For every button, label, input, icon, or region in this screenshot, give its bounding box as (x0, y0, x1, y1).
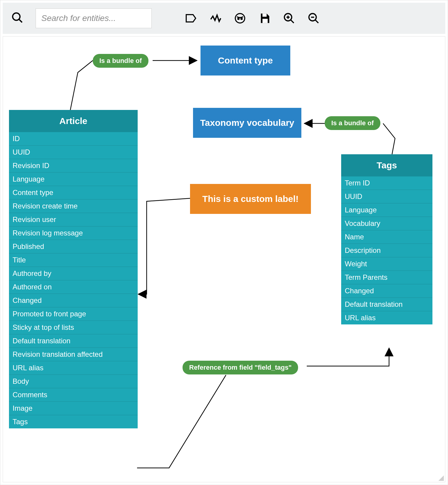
entity-article-field[interactable]: Default translation (9, 334, 138, 348)
entity-article-field[interactable]: Authored on (9, 280, 138, 294)
entity-tags-field[interactable]: Weight (341, 257, 432, 271)
entity-tags-field[interactable]: Language (341, 203, 432, 217)
entity-tags-field[interactable]: Term ID (341, 176, 432, 190)
entity-article-field[interactable]: Revision log message (9, 226, 138, 240)
entity-tags-field[interactable]: Changed (341, 284, 432, 298)
entity-article-field[interactable]: Changed (9, 294, 138, 307)
entity-article-field[interactable]: Published (9, 240, 138, 253)
entity-article-field[interactable]: Language (9, 173, 138, 186)
svg-point-0 (13, 13, 20, 20)
zoom-out-icon[interactable] (307, 12, 320, 25)
entity-article-title: Article (9, 110, 138, 132)
entity-article-field[interactable]: Content type (9, 186, 138, 200)
edge-label-bundle-article[interactable]: Is a bundle of (93, 54, 148, 68)
entity-tags-field[interactable]: URL alias (341, 311, 432, 324)
entity-article-field[interactable]: Body (9, 375, 138, 388)
svg-line-8 (291, 20, 294, 23)
entity-article-field[interactable]: Tags (9, 415, 138, 428)
search-icon (11, 11, 24, 25)
entity-article-field[interactable]: URL alias (9, 361, 138, 375)
type-box-taxonomy-vocabulary[interactable]: Taxonomy vocabulary (193, 108, 301, 138)
zoom-in-icon[interactable] (283, 12, 295, 25)
edge-label-bundle-tags[interactable]: Is a bundle of (325, 116, 380, 130)
entity-tags-field[interactable]: Default translation (341, 298, 432, 311)
entity-tags-field[interactable]: Term Parents (341, 271, 432, 284)
entity-article-field[interactable]: ID (9, 132, 138, 146)
entity-article-field[interactable]: Sticky at top of lists (9, 321, 138, 334)
svg-point-3 (238, 18, 239, 19)
entity-article-field[interactable]: Title (9, 253, 138, 267)
activity-icon[interactable] (209, 12, 222, 25)
entity-article-field[interactable]: Revision translation affected (9, 348, 138, 361)
save-icon[interactable] (258, 12, 271, 25)
custom-label[interactable]: This is a custom label! (190, 184, 311, 214)
tag-icon[interactable] (185, 12, 197, 25)
entity-article-field[interactable]: Authored by (9, 267, 138, 280)
svg-line-12 (315, 20, 318, 23)
toolbar (3, 3, 445, 34)
diagram-canvas[interactable]: Content type Taxonomy vocabulary Is a bu… (3, 36, 445, 482)
svg-line-1 (19, 19, 22, 22)
svg-point-2 (235, 13, 245, 23)
svg-point-4 (241, 18, 242, 19)
edge-label-reference-tags[interactable]: Reference from field "field_tags" (183, 361, 298, 374)
entity-tags-field[interactable]: Name (341, 230, 432, 244)
entity-article[interactable]: Article IDUUIDRevision IDLanguageContent… (9, 110, 138, 428)
face-icon[interactable] (234, 12, 246, 25)
entity-tags-field[interactable]: UUID (341, 190, 432, 203)
search-input[interactable] (36, 8, 152, 28)
svg-rect-5 (262, 13, 267, 17)
resize-handle-icon[interactable] (438, 475, 444, 481)
entity-article-field[interactable]: Image (9, 402, 138, 415)
entity-article-field[interactable]: Promoted to front page (9, 307, 138, 321)
entity-article-field[interactable]: UUID (9, 146, 138, 159)
app-window: Content type Taxonomy vocabulary Is a bu… (0, 0, 448, 485)
entity-tags-title: Tags (341, 154, 432, 176)
entity-tags-field[interactable]: Description (341, 244, 432, 257)
entity-article-field[interactable]: Revision create time (9, 200, 138, 213)
type-box-content-type[interactable]: Content type (201, 46, 290, 75)
entity-tags-field[interactable]: Vocabulary (341, 217, 432, 230)
entity-article-field[interactable]: Revision user (9, 213, 138, 226)
entity-tags[interactable]: Tags Term IDUUIDLanguageVocabularyNameDe… (341, 154, 432, 324)
entity-article-field[interactable]: Comments (9, 388, 138, 402)
svg-rect-6 (262, 19, 268, 23)
entity-article-field[interactable]: Revision ID (9, 159, 138, 173)
